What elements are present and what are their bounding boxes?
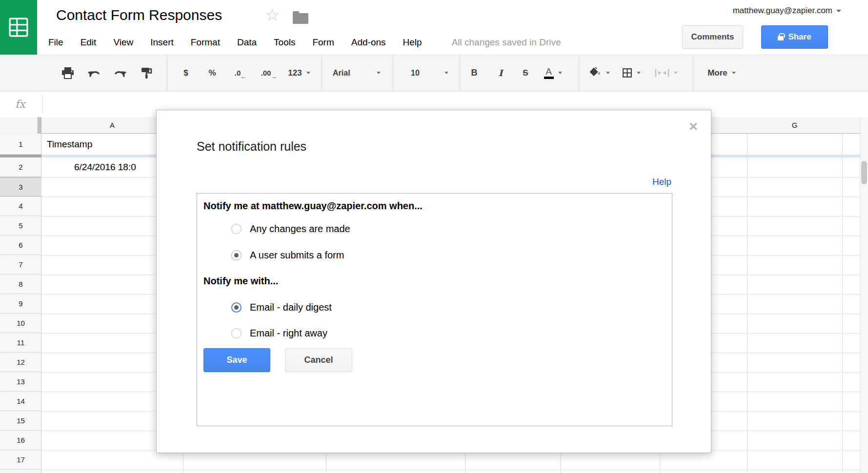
radio-label-email-daily-digest[interactable]: Email - daily digest	[250, 302, 332, 313]
menu-bar: FileEditViewInsertFormatDataToolsFormAdd…	[48, 34, 561, 51]
increase-decimal-button[interactable]: .00→	[253, 62, 279, 84]
vertical-scrollbar[interactable]	[860, 117, 868, 473]
account-email: matthew.guay@zapier.com	[733, 6, 832, 16]
font-size-value: 10	[411, 69, 420, 78]
notify-when-heading: Notify me at matthew.guay@zapier.com whe…	[203, 200, 423, 212]
chevron-down-icon	[674, 72, 678, 74]
row-header-3[interactable]: 3	[0, 177, 41, 197]
merge-cells-button[interactable]	[648, 62, 684, 84]
menu-help[interactable]: Help	[403, 34, 430, 51]
fill-color-icon	[589, 67, 602, 79]
cancel-button[interactable]: Cancel	[285, 348, 352, 372]
percent-label: %	[208, 68, 216, 78]
row-header-17[interactable]: 17	[0, 450, 41, 470]
strikethrough-button[interactable]: S	[515, 62, 536, 84]
help-link[interactable]: Help	[652, 177, 671, 187]
row-header-8[interactable]: 8	[0, 275, 41, 294]
row-header-16[interactable]: 16	[0, 431, 41, 450]
format-currency-button[interactable]: $	[175, 62, 197, 84]
folder-icon[interactable]	[293, 13, 308, 24]
menu-data[interactable]: Data	[237, 34, 265, 51]
app-header: Contact Form Responses ☆ FileEditViewIns…	[0, 0, 868, 55]
row-header-10[interactable]: 10	[0, 314, 41, 333]
radio-email-daily-digest[interactable]	[231, 302, 242, 313]
radio-a-user-submits-a-form[interactable]	[231, 250, 242, 260]
left-arrow-icon: ←	[241, 73, 246, 80]
scrollbar-thumb[interactable]	[861, 161, 867, 184]
radio-label-a-user-submits-a-form[interactable]: A user submits a form	[250, 250, 344, 261]
account-menu[interactable]: matthew.guay@zapier.com	[733, 6, 841, 16]
sheets-grid-icon	[8, 17, 29, 38]
share-button[interactable]: Share	[761, 25, 828, 49]
font-family-select[interactable]: Arial	[327, 62, 385, 84]
radio-label-email-right-away[interactable]: Email - right away	[250, 328, 327, 339]
document-title[interactable]: Contact Form Responses	[56, 7, 222, 23]
menu-view[interactable]: View	[113, 34, 141, 51]
row-header-9[interactable]: 9	[0, 294, 41, 314]
redo-icon	[113, 68, 127, 78]
menu-format[interactable]: Format	[191, 34, 228, 51]
row-header-13[interactable]: 13	[0, 372, 41, 392]
print-icon	[61, 67, 74, 79]
font-size-select[interactable]: 10	[398, 62, 454, 84]
increase-decimal-label: .00→	[261, 69, 271, 77]
radio-any-changes-are-made[interactable]	[231, 224, 242, 234]
cell-A1[interactable]: Timestamp	[41, 134, 156, 155]
redo-button[interactable]	[109, 62, 131, 84]
select-all-corner[interactable]	[0, 117, 41, 134]
italic-label: I	[499, 68, 503, 78]
borders-icon	[622, 68, 632, 78]
undo-button[interactable]	[83, 62, 105, 84]
column-header-G[interactable]: G	[747, 117, 842, 134]
row-header-11[interactable]: 11	[0, 333, 41, 353]
row-header-4[interactable]: 4	[0, 197, 41, 216]
close-icon[interactable]: ✕	[688, 121, 698, 133]
decrease-decimal-button[interactable]: .0←	[227, 62, 248, 84]
chevron-down-icon	[306, 72, 310, 74]
text-color-button[interactable]: A	[539, 62, 566, 84]
more-button[interactable]: More	[699, 62, 744, 84]
menu-add-ons[interactable]: Add-ons	[351, 34, 394, 51]
menu-tools[interactable]: Tools	[274, 34, 303, 51]
borders-button[interactable]	[616, 62, 646, 84]
currency-label: $	[183, 68, 188, 78]
row-header-7[interactable]: 7	[0, 255, 41, 275]
fill-color-button[interactable]	[584, 62, 614, 84]
menu-file[interactable]: File	[48, 34, 72, 51]
paint-roller-icon	[141, 67, 152, 79]
bold-label: B	[471, 68, 478, 78]
menu-edit[interactable]: Edit	[81, 34, 105, 51]
comments-button[interactable]: Comments	[682, 25, 743, 49]
print-button[interactable]	[57, 62, 79, 84]
decrease-decimal-label: .0←	[235, 69, 241, 77]
row-header-2[interactable]: 2	[0, 158, 41, 177]
radio-email-right-away[interactable]	[231, 328, 242, 338]
italic-button[interactable]: I	[490, 62, 511, 84]
undo-icon	[87, 68, 101, 78]
paint-format-button[interactable]	[136, 62, 157, 84]
freeze-handle[interactable]	[38, 117, 41, 134]
cell-A2[interactable]: 6/24/2016 18:0	[41, 158, 156, 177]
row-header-14[interactable]: 14	[0, 392, 41, 411]
sheets-logo[interactable]	[0, 0, 37, 55]
menu-form[interactable]: Form	[312, 34, 342, 51]
bold-button[interactable]: B	[464, 62, 485, 84]
star-icon[interactable]: ☆	[265, 4, 280, 25]
chevron-down-icon	[558, 72, 562, 74]
radio-label-any-changes-are-made[interactable]: Any changes are made	[250, 223, 350, 235]
grid-line	[842, 117, 843, 473]
row-header-1[interactable]: 1	[0, 134, 41, 155]
grid-line	[41, 470, 860, 470]
format-percent-button[interactable]: %	[202, 62, 223, 84]
row-header-6[interactable]: 6	[0, 236, 41, 255]
save-status: All changes saved in Drive	[452, 37, 561, 48]
row-header-15[interactable]: 15	[0, 411, 41, 431]
menu-insert[interactable]: Insert	[150, 34, 182, 51]
font-family-value: Arial	[333, 69, 350, 78]
save-button[interactable]: Save	[203, 348, 270, 372]
row-header-5[interactable]: 5	[0, 216, 41, 236]
number-format-menu[interactable]: 123	[283, 62, 315, 84]
frozen-row-divider-handle[interactable]	[0, 155, 41, 158]
row-header-12[interactable]: 12	[0, 353, 41, 372]
lock-icon	[778, 36, 784, 40]
